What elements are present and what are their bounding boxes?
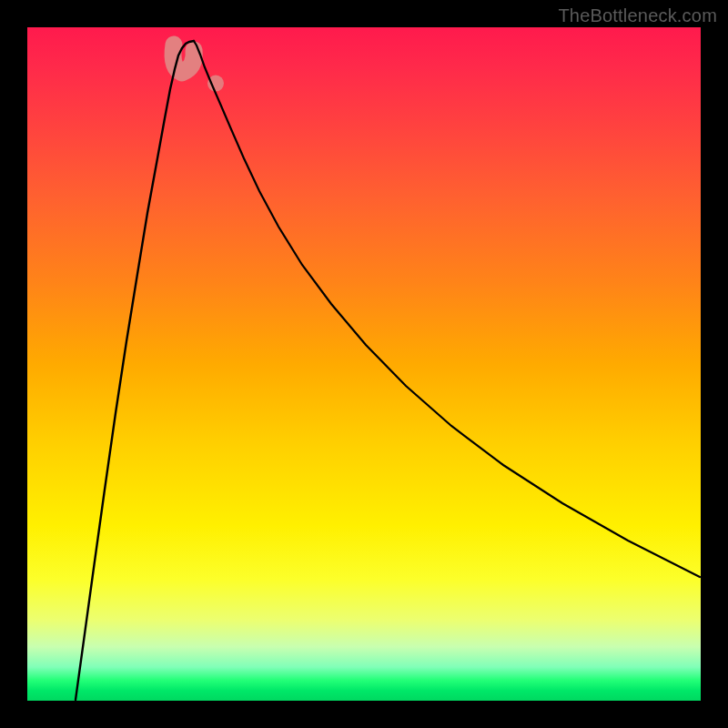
chart-frame: TheBottleneck.com xyxy=(0,0,728,728)
curve-layer xyxy=(27,27,701,701)
curve-right-branch xyxy=(194,41,700,577)
plot-area xyxy=(27,27,701,701)
curve-left-branch xyxy=(76,41,194,700)
watermark-text: TheBottleneck.com xyxy=(558,5,717,26)
